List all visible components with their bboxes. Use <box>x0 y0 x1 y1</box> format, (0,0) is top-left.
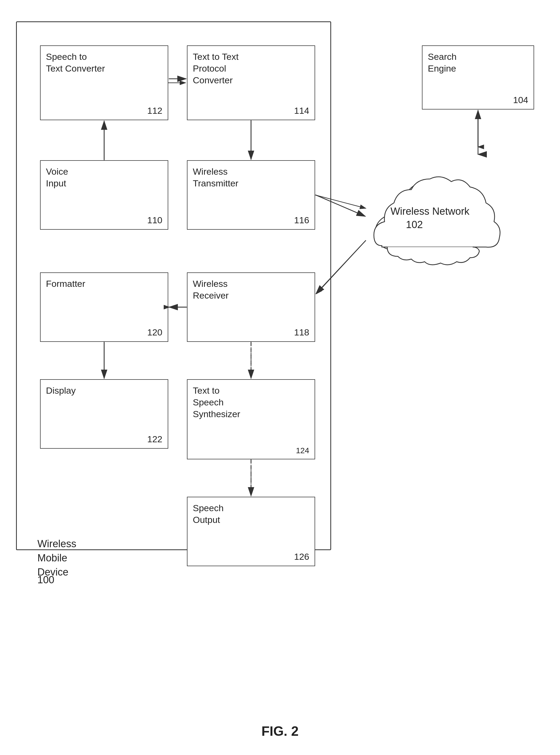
wireless-transmitter-label: WirelessTransmitter <box>193 165 309 189</box>
speech-output-box: SpeechOutput 126 <box>187 497 315 566</box>
search-engine-label: SearchEngine <box>428 51 528 74</box>
voice-input-box: VoiceInput 110 <box>40 160 168 230</box>
fig-caption: FIG. 2 <box>261 723 299 739</box>
wireless-transmitter-number: 116 <box>294 215 309 225</box>
text-to-text-number: 114 <box>294 105 309 116</box>
voice-input-number: 110 <box>147 215 162 225</box>
text-to-text-label: Text to TextProtocolConverter <box>193 51 309 86</box>
text-to-text-box: Text to TextProtocolConverter 114 <box>187 45 315 120</box>
text-to-speech-label: Text toSpeechSynthesizer <box>193 384 309 420</box>
formatter-label: Formatter <box>46 278 162 290</box>
formatter-box: Formatter 120 <box>40 273 168 342</box>
speech-to-text-number: 112 <box>147 105 162 116</box>
text-to-speech-number: 124 <box>296 446 309 455</box>
wireless-network-label: Wireless Network <box>387 206 473 217</box>
speech-output-number: 126 <box>294 552 309 562</box>
wireless-network-number: 102 <box>406 219 423 231</box>
text-to-speech-box: Text toSpeechSynthesizer 124 <box>187 379 315 459</box>
search-engine-number: 104 <box>513 95 528 105</box>
wireless-receiver-label: WirelessReceiver <box>193 278 309 301</box>
display-number: 122 <box>147 434 162 444</box>
page: WirelessMobileDevice 100 Speech toText C… <box>0 0 560 755</box>
speech-to-text-box: Speech toText Converter 112 <box>40 45 168 120</box>
search-engine-box: SearchEngine 104 <box>422 45 534 110</box>
speech-output-label: SpeechOutput <box>193 502 309 525</box>
wireless-transmitter-box: WirelessTransmitter 116 <box>187 160 315 230</box>
mobile-device-number: 100 <box>37 574 54 586</box>
wireless-receiver-box: WirelessReceiver 118 <box>187 273 315 342</box>
wireless-receiver-number: 118 <box>294 327 309 338</box>
formatter-number: 120 <box>147 327 162 338</box>
speech-to-text-label: Speech toText Converter <box>46 51 162 74</box>
display-label: Display <box>46 384 162 396</box>
display-box: Display 122 <box>40 379 168 449</box>
voice-input-label: VoiceInput <box>46 165 162 189</box>
wireless-network-cloud: Wireless Network 102 <box>353 147 513 281</box>
mobile-device-label: WirelessMobileDevice <box>37 537 76 579</box>
